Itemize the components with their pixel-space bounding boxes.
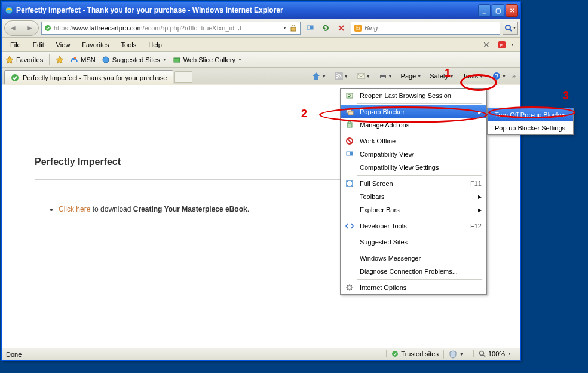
refresh-button[interactable] xyxy=(318,22,333,35)
dd-compat-settings[interactable]: Compatibility View Settings xyxy=(341,161,486,174)
dd-popup-blocker[interactable]: Pop-up Blocker ▶ xyxy=(341,105,486,118)
cmd-print[interactable]: ▼ xyxy=(376,71,395,81)
fav-web-slice[interactable]: Web Slice Gallery ▼ xyxy=(173,56,242,64)
svg-text:P: P xyxy=(500,43,503,48)
favorites-bar: Favorites MSN Suggested Sites ▼ Web Slic… xyxy=(2,52,520,68)
dd-suggested-sites[interactable]: Suggested Sites xyxy=(341,236,486,249)
click-here-link[interactable]: Click here xyxy=(59,205,90,213)
search-bar[interactable]: b xyxy=(351,22,500,35)
svg-rect-4 xyxy=(310,26,313,29)
address-bar[interactable]: https://www.fatfreecartpro.com/ecom/rp.p… xyxy=(41,22,301,35)
padlock-icon xyxy=(289,24,298,32)
menu-edit[interactable]: Edit xyxy=(27,40,50,50)
menu-favorites[interactable]: Favorites xyxy=(76,40,115,50)
fav-suggested-sites[interactable]: Suggested Sites ▼ xyxy=(102,56,167,64)
reopen-icon xyxy=(344,91,355,100)
status-bar: Done Trusted sites ▼ 100% ▼ xyxy=(2,348,520,360)
devtools-icon xyxy=(344,222,355,230)
bing-icon: b xyxy=(354,24,362,32)
maximize-button[interactable]: ▢ xyxy=(492,4,504,17)
tab-bar: Perfectly Imperfect - Thank you for your… xyxy=(2,68,520,84)
dd-devtools[interactable]: Developer Tools F12 xyxy=(341,219,486,233)
svg-point-23 xyxy=(479,351,483,355)
titlebar: Perfectly Imperfect - Thank you for your… xyxy=(2,2,520,19)
addr-dropdown-icon[interactable]: ▼ xyxy=(283,26,287,30)
svg-point-10 xyxy=(74,57,76,59)
dd-toolbars[interactable]: Toolbars ▶ xyxy=(341,190,486,203)
svg-text:?: ? xyxy=(495,73,498,80)
annotation-number-3: 3 xyxy=(563,90,569,102)
svg-rect-31 xyxy=(350,152,353,155)
popup-blocker-icon xyxy=(344,108,355,116)
address-url[interactable]: https://www.fatfreecartpro.com/ecom/rp.p… xyxy=(54,25,280,32)
dd-explorer-bars[interactable]: Explorer Bars ▶ xyxy=(341,203,486,216)
svg-rect-12 xyxy=(174,58,180,62)
svg-rect-19 xyxy=(381,77,385,79)
pdf-icon[interactable]: P xyxy=(497,40,507,50)
menu-tools[interactable]: Tools xyxy=(115,40,143,50)
svg-rect-18 xyxy=(381,73,385,75)
dd-diagnose[interactable]: Diagnose Connection Problems... xyxy=(341,265,486,278)
cmd-feeds[interactable]: ▼ xyxy=(332,71,351,81)
cmd-home[interactable]: ▼ xyxy=(309,70,329,82)
dd-internet-options[interactable]: Internet Options xyxy=(341,281,486,294)
addons-icon xyxy=(344,121,355,129)
toolbar-close-icon[interactable]: ✕ xyxy=(479,40,494,50)
gear-icon xyxy=(344,283,355,292)
menu-view[interactable]: View xyxy=(50,40,76,50)
tab-title: Perfectly Imperfect - Thank you for your… xyxy=(23,74,167,81)
fav-star-add[interactable] xyxy=(56,56,64,64)
svg-point-33 xyxy=(348,286,351,289)
back-button[interactable]: ◄ xyxy=(10,24,17,32)
dd-work-offline[interactable]: Work Offline xyxy=(341,134,486,148)
nav-arrows: ◄ ► xyxy=(4,20,39,36)
svg-rect-26 xyxy=(348,111,353,115)
status-done: Done xyxy=(6,351,22,358)
dd-fullscreen[interactable]: Full Screen F11 xyxy=(341,177,486,190)
close-button[interactable]: ✕ xyxy=(506,4,518,17)
pdf-dropdown-icon[interactable]: ▼ xyxy=(510,42,514,47)
command-bar: ▼ ▼ ▼ ▼ Page▼ Safety▼ Tools▼ ?▼ » xyxy=(309,70,518,84)
compat-view-button[interactable] xyxy=(303,22,317,35)
tab-check-icon xyxy=(11,74,19,82)
menu-file[interactable]: File xyxy=(4,40,27,50)
menubar: File Edit View Favorites Tools Help ✕ P … xyxy=(2,38,520,52)
menu-help[interactable]: Help xyxy=(142,40,168,50)
forward-button[interactable]: ► xyxy=(26,24,33,32)
new-tab-button[interactable] xyxy=(174,71,192,83)
fullscreen-icon xyxy=(344,179,355,188)
offline-icon xyxy=(344,137,355,145)
compat-icon xyxy=(344,150,355,158)
svg-point-11 xyxy=(103,57,109,63)
cmd-page[interactable]: Page▼ xyxy=(399,71,424,81)
window-controls: _ ▢ ✕ xyxy=(478,4,518,17)
search-button[interactable]: ▼ xyxy=(503,22,518,35)
svg-point-7 xyxy=(506,25,510,30)
svg-rect-28 xyxy=(348,121,351,123)
submenu-arrow-icon: ▶ xyxy=(478,109,482,115)
fav-msn[interactable]: MSN xyxy=(70,56,95,64)
minimize-button[interactable]: _ xyxy=(478,4,491,17)
nav-icon-row xyxy=(303,22,348,35)
status-trusted: Trusted sites xyxy=(386,350,443,357)
cmd-overflow[interactable]: » xyxy=(512,72,516,80)
status-protected-mode[interactable]: ▼ xyxy=(443,350,473,359)
stop-button[interactable] xyxy=(334,22,348,35)
search-input[interactable] xyxy=(365,25,497,32)
dd-popup-settings[interactable]: Pop-up Blocker Settings xyxy=(488,121,573,134)
dd-compat-view[interactable]: Compatibility View xyxy=(341,148,486,161)
cmd-help[interactable]: ?▼ xyxy=(490,71,509,81)
dd-reopen-session[interactable]: Reopen Last Browsing Session xyxy=(341,89,486,102)
dd-turn-off-popup[interactable]: Turn Off Pop-up Blocker xyxy=(488,108,573,121)
svg-text:b: b xyxy=(356,25,360,32)
cmd-tools[interactable]: Tools▼ xyxy=(460,71,486,81)
favorites-button[interactable]: Favorites xyxy=(5,56,43,64)
status-zoom[interactable]: 100% ▼ xyxy=(473,350,516,357)
ie-icon xyxy=(4,5,14,15)
cmd-safety[interactable]: Safety▼ xyxy=(427,71,456,81)
dd-manage-addons[interactable]: Manage Add-ons xyxy=(341,118,486,132)
dd-messenger[interactable]: Windows Messenger xyxy=(341,252,486,265)
cmd-mail[interactable]: ▼ xyxy=(354,71,373,81)
svg-point-15 xyxy=(336,77,338,79)
active-tab[interactable]: Perfectly Imperfect - Thank you for your… xyxy=(4,70,173,84)
